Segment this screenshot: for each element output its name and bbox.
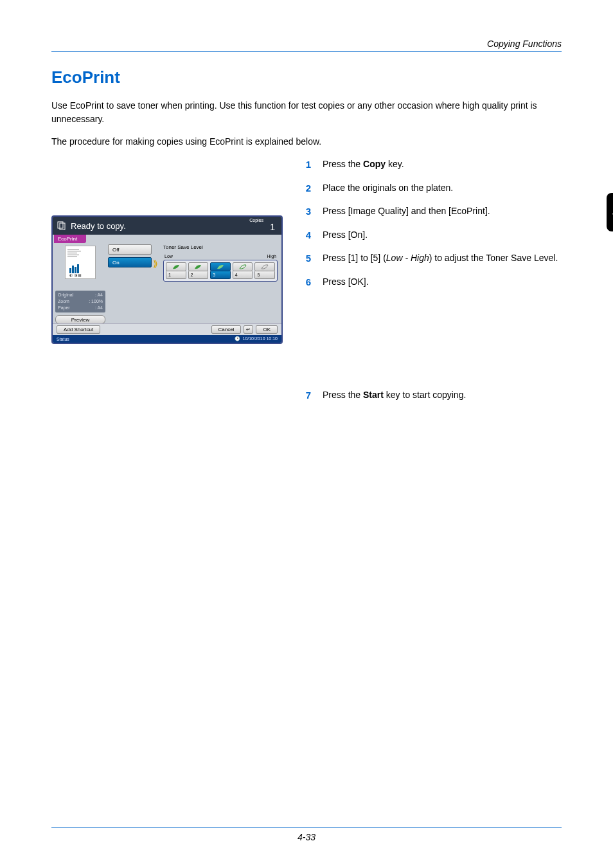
step-number: 7 (302, 388, 311, 403)
step-text: Press the Copy key. (323, 158, 404, 172)
step-number: 4 (302, 228, 311, 243)
step-text: Press [On]. (323, 228, 368, 243)
off-button[interactable]: Off (108, 244, 152, 255)
panel-title-bar: Ready to copy. Copies 1 (53, 217, 281, 235)
toner-save-label: Toner Save Level (163, 244, 278, 250)
toner-icon: 🕒 (235, 336, 240, 341)
toner-level-row: 1 2 3 4 (163, 260, 278, 282)
step-5: 5 Press [1] to [5] (Low - High) to adjus… (302, 251, 562, 266)
step-text: Press [Image Quality] and then [EcoPrint… (323, 204, 490, 219)
step-3: 3 Press [Image Quality] and then [EcoPri… (302, 204, 562, 219)
ready-label: Ready to copy. (71, 221, 126, 231)
footer-rule (51, 827, 562, 828)
toner-level-2[interactable]: 2 (188, 262, 209, 279)
on-button[interactable]: On (108, 257, 152, 267)
cancel-button[interactable]: Cancel (211, 325, 242, 334)
page-number: 4-33 (0, 832, 613, 842)
content-row: Ready to copy. Copies 1 EcoPrint ▬▬▬▬▬▬▬… (51, 158, 562, 412)
arrow-indicator-icon: ⟫ (153, 258, 158, 269)
preview-button[interactable]: Preview (55, 315, 105, 324)
header-rule (51, 51, 562, 52)
enter-icon: ↵ (244, 325, 253, 334)
status-bar[interactable]: Status 🕒10/10/2010 10:10 (53, 335, 281, 343)
step-4: 4 Press [On]. (302, 228, 562, 243)
step-2: 2 Place the originals on the platen. (302, 181, 562, 196)
step-number: 6 (302, 275, 311, 290)
page-footer: 4-33 (0, 827, 613, 842)
section-title: Copying Functions (51, 39, 562, 49)
step-1: 1 Press the Copy key. (302, 158, 562, 172)
copy-icon (57, 221, 67, 231)
preview-thumbnail: ▬▬▬▬▬▬▬▬▬▬▬▬▬▬▬▬▬▬▬▬▬▬▬▬▬▬▬▬▬ ◐ ◑ ▦ (65, 246, 96, 279)
step-7: 7 Press the Start key to start copying. (302, 388, 562, 403)
step-text: Press the Start key to start copying. (323, 388, 466, 403)
ok-button[interactable]: OK (256, 325, 278, 334)
panel-bottom-bar: Add Shortcut Cancel ↵ OK (53, 323, 281, 335)
preview-area: ▬▬▬▬▬▬▬▬▬▬▬▬▬▬▬▬▬▬▬▬▬▬▬▬▬▬▬▬▬ ◐ ◑ ▦ (55, 244, 105, 280)
ecoprint-tab[interactable]: EcoPrint (54, 235, 86, 243)
toner-high-label: High (267, 254, 276, 258)
intro-paragraph-1: Use EcoPrint to save toner when printing… (51, 99, 562, 126)
copies-label: Copies (249, 218, 263, 222)
step-text: Place the originals on the platen. (323, 181, 453, 196)
toner-save-area: Toner Save Level Low High 1 2 (163, 244, 278, 282)
chapter-tab: 4 (607, 193, 613, 231)
toner-level-5[interactable]: 5 (254, 262, 275, 279)
original-info: Original: A4 Zoom: 100% Paper: A4 (55, 291, 105, 312)
step-number: 3 (302, 204, 311, 219)
step-number: 2 (302, 181, 311, 196)
toggle-column: Off On (108, 244, 152, 270)
copies-value: 1 (270, 222, 275, 232)
step-text: Press [1] to [5] (Low - High) to adjust … (323, 251, 558, 266)
page-title: EcoPrint (51, 68, 562, 87)
toner-level-3[interactable]: 3 (210, 262, 231, 279)
add-shortcut-button[interactable]: Add Shortcut (57, 325, 100, 334)
toner-level-1[interactable]: 1 (166, 262, 186, 279)
step-number: 1 (302, 158, 311, 172)
screenshot-column: Ready to copy. Copies 1 EcoPrint ▬▬▬▬▬▬▬… (51, 158, 283, 412)
step-number: 5 (302, 251, 311, 266)
toner-low-label: Low (164, 254, 173, 258)
page-header: Copying Functions (51, 39, 562, 52)
intro-paragraph-2: The procedure for making copies using Ec… (51, 135, 562, 149)
status-timestamp: 10/10/2010 10:10 (243, 336, 278, 341)
step-6: 6 Press [OK]. (302, 275, 562, 290)
panel-body: ▬▬▬▬▬▬▬▬▬▬▬▬▬▬▬▬▬▬▬▬▬▬▬▬▬▬▬▬▬ ◐ ◑ ▦ Off … (53, 243, 281, 325)
toner-level-4[interactable]: 4 (233, 262, 253, 279)
status-label: Status (57, 337, 69, 341)
step-text: Press [OK]. (323, 275, 369, 290)
copier-panel: Ready to copy. Copies 1 EcoPrint ▬▬▬▬▬▬▬… (51, 215, 283, 344)
steps-column: 1 Press the Copy key. 2 Place the origin… (302, 158, 562, 412)
